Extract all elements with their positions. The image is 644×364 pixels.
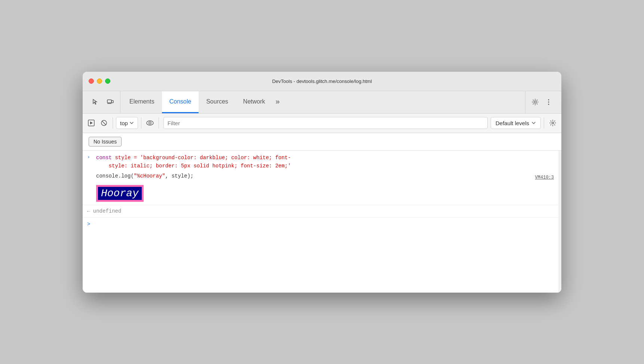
code-entry: › const style = 'background-color: darkb… — [83, 151, 561, 206]
settings-icon[interactable] — [530, 97, 540, 107]
tab-bar-right — [525, 91, 558, 113]
svg-point-13 — [552, 122, 554, 124]
hooray-output: Hooray — [96, 185, 144, 202]
levels-chevron-icon — [531, 121, 536, 125]
svg-point-3 — [534, 101, 536, 103]
prompt-arrow: > — [87, 221, 90, 227]
eye-icon[interactable] — [144, 117, 156, 129]
top-label: top — [120, 120, 128, 126]
svg-line-10 — [102, 121, 106, 125]
default-levels-label: Default levels — [496, 120, 529, 126]
traffic-lights — [89, 78, 110, 84]
code-line1: const style = 'background-color: darkblu… — [96, 154, 557, 170]
separator-1 — [113, 117, 113, 129]
tab-bar-icons — [86, 91, 120, 113]
svg-point-11 — [147, 121, 153, 125]
separator-2 — [141, 117, 141, 129]
title-bar: DevTools - devtools.glitch.me/console/lo… — [83, 72, 561, 91]
tab-elements[interactable]: Elements — [122, 91, 162, 113]
tab-more[interactable]: » — [273, 91, 283, 113]
svg-point-4 — [548, 99, 549, 101]
no-issues-badge[interactable]: No Issues — [89, 137, 122, 146]
window-title: DevTools - devtools.glitch.me/console/lo… — [272, 78, 372, 84]
code-content: const style = 'background-color: darkblu… — [96, 154, 557, 202]
more-options-icon[interactable] — [543, 97, 554, 107]
tabs: Elements Console Sources Network » — [122, 91, 525, 113]
minimize-button[interactable] — [97, 78, 102, 84]
svg-point-6 — [548, 104, 549, 105]
console-output: › const style = 'background-color: darkb… — [83, 151, 561, 293]
tab-console[interactable]: Console — [162, 91, 199, 113]
undefined-text: undefined — [93, 208, 122, 214]
devtools-window: DevTools - devtools.glitch.me/console/lo… — [83, 72, 561, 293]
scrollbar[interactable] — [558, 151, 561, 293]
svg-marker-8 — [90, 121, 93, 124]
svg-rect-0 — [107, 100, 111, 103]
separator-4 — [544, 117, 544, 129]
filter-input[interactable] — [163, 117, 488, 129]
devtools-panel: Elements Console Sources Network » — [83, 91, 561, 293]
clear-icon[interactable] — [98, 117, 110, 129]
code-line2: console.log("%cHooray", style); — [96, 173, 557, 179]
issues-bar: No Issues — [83, 133, 561, 151]
console-settings-icon[interactable] — [547, 117, 558, 129]
prompt-entry[interactable]: > — [83, 218, 561, 231]
svg-point-12 — [149, 122, 151, 124]
return-arrow: ← — [87, 209, 90, 214]
console-toolbar: top Default levels — [83, 114, 561, 133]
tab-bar: Elements Console Sources Network » — [83, 91, 561, 114]
hooray-output-wrapper: Hooray — [96, 183, 557, 202]
tab-sources[interactable]: Sources — [199, 91, 236, 113]
close-button[interactable] — [89, 78, 94, 84]
input-arrow: › — [87, 154, 93, 160]
svg-point-5 — [548, 102, 549, 103]
execute-icon[interactable] — [86, 117, 97, 129]
device-icon[interactable] — [105, 97, 116, 107]
tab-network[interactable]: Network — [236, 91, 273, 113]
top-dropdown[interactable]: top — [116, 117, 138, 129]
undefined-entry: ← undefined — [83, 205, 561, 218]
maximize-button[interactable] — [105, 78, 110, 84]
vm-link[interactable]: VM410:3 — [535, 175, 554, 180]
separator-3 — [159, 117, 159, 129]
inspect-icon[interactable] — [90, 97, 101, 107]
svg-rect-1 — [111, 101, 113, 103]
dropdown-chevron-icon — [129, 121, 134, 125]
default-levels-button[interactable]: Default levels — [491, 117, 541, 129]
